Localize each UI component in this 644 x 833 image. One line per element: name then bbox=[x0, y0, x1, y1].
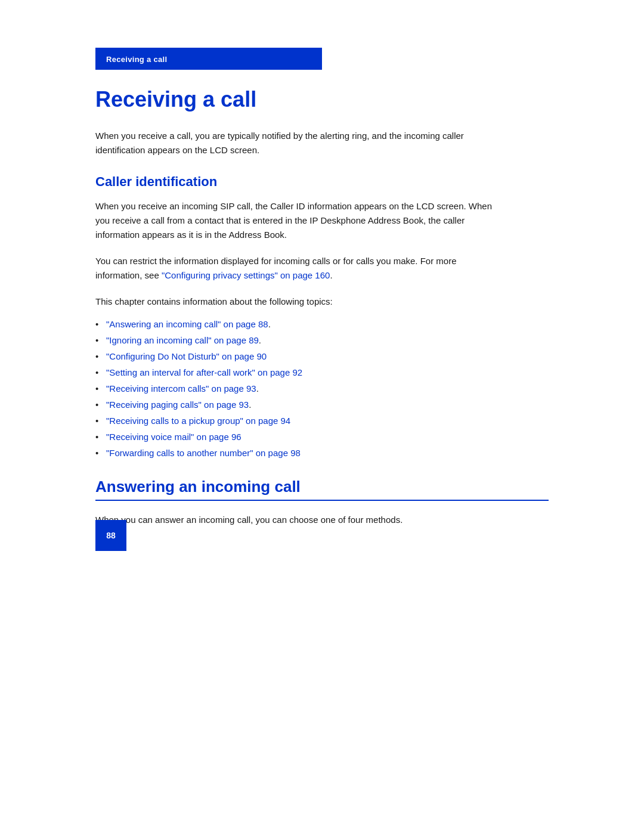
suffix-5: . bbox=[256, 383, 259, 394]
answering-section-title: Answering an incoming call bbox=[95, 478, 549, 501]
caller-id-body1: When you receive an incoming SIP call, t… bbox=[95, 199, 501, 242]
list-item: "Receiving calls to a pickup group" on p… bbox=[95, 413, 549, 429]
caller-id-body2: You can restrict the information display… bbox=[95, 254, 501, 283]
list-item: "Receiving voice mail" on page 96 bbox=[95, 429, 549, 445]
list-item: "Forwarding calls to another number" on … bbox=[95, 445, 549, 461]
topic-link-6[interactable]: "Receiving paging calls" on page 93 bbox=[106, 400, 249, 410]
topic-link-1[interactable]: "Answering an incoming call" on page 88 bbox=[106, 319, 268, 329]
topics-intro: This chapter contains information about … bbox=[95, 295, 549, 309]
suffix-6: . bbox=[249, 400, 251, 410]
privacy-settings-link[interactable]: "Configuring privacy settings" on page 1… bbox=[162, 270, 330, 280]
topic-link-4[interactable]: "Setting an interval for after-call work… bbox=[106, 367, 302, 377]
topic-link-7[interactable]: "Receiving calls to a pickup group" on p… bbox=[106, 416, 290, 426]
topic-link-8[interactable]: "Receiving voice mail" on page 96 bbox=[106, 432, 242, 442]
page-number: 88 bbox=[106, 531, 116, 540]
list-item: "Ignoring an incoming call" on page 89. bbox=[95, 332, 549, 348]
topic-link-2[interactable]: "Ignoring an incoming call" on page 89 bbox=[106, 335, 259, 345]
header-banner: Receiving a call bbox=[95, 48, 322, 70]
intro-text: When you receive a call, you are typical… bbox=[95, 129, 501, 157]
caller-id-section-title: Caller identification bbox=[95, 174, 549, 190]
suffix-1: . bbox=[268, 319, 271, 329]
header-banner-text: Receiving a call bbox=[106, 55, 167, 64]
page-container: Receiving a call Receiving a call When y… bbox=[0, 0, 644, 587]
list-item: "Configuring Do Not Disturb" on page 90 bbox=[95, 348, 549, 364]
topics-list: "Answering an incoming call" on page 88.… bbox=[95, 316, 549, 461]
topic-link-3[interactable]: "Configuring Do Not Disturb" on page 90 bbox=[106, 351, 267, 361]
suffix-2: . bbox=[259, 335, 261, 345]
list-item: "Receiving intercom calls" on page 93. bbox=[95, 380, 549, 397]
topic-link-5[interactable]: "Receiving intercom calls" on page 93 bbox=[106, 383, 256, 394]
list-item: "Setting an interval for after-call work… bbox=[95, 364, 549, 380]
caller-id-body2-suffix: . bbox=[330, 270, 332, 280]
page-title: Receiving a call bbox=[95, 86, 549, 112]
answering-section-body: When you can answer an incoming call, yo… bbox=[95, 513, 501, 527]
page-number-box: 88 bbox=[95, 520, 126, 551]
topic-link-9[interactable]: "Forwarding calls to another number" on … bbox=[106, 448, 301, 458]
list-item: "Receiving paging calls" on page 93. bbox=[95, 397, 549, 413]
list-item: "Answering an incoming call" on page 88. bbox=[95, 316, 549, 332]
